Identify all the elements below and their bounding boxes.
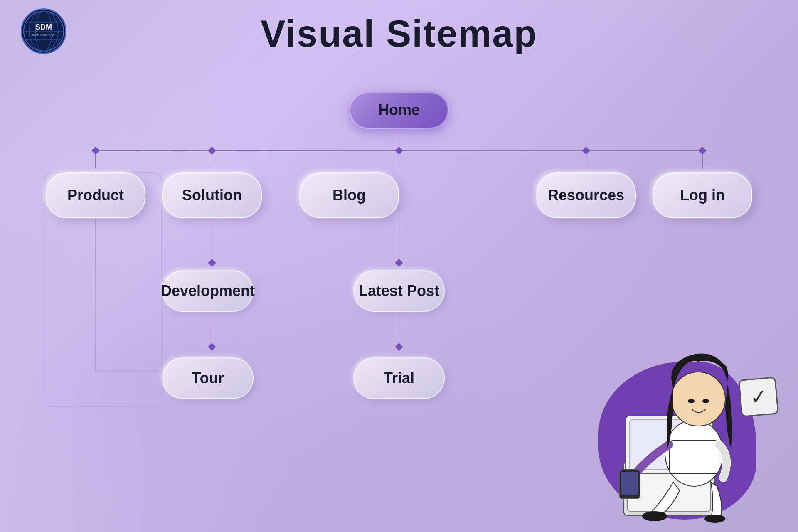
development-node[interactable]: Development: [162, 270, 254, 312]
solution-label: Solution: [182, 187, 242, 204]
resources-node[interactable]: Resources: [536, 172, 636, 218]
blog-node[interactable]: Blog: [299, 172, 399, 218]
latest-post-label: Latest Post: [359, 282, 439, 300]
product-label: Product: [67, 187, 124, 204]
page-title: Visual Sitemap: [0, 0, 798, 55]
logo: SDM Web Developer: [21, 8, 66, 54]
svg-rect-42: [621, 472, 638, 495]
svg-point-39: [642, 511, 667, 521]
latest-post-node[interactable]: Latest Post: [353, 270, 445, 312]
svg-rect-19: [698, 147, 707, 155]
svg-rect-16: [208, 147, 216, 155]
svg-rect-17: [395, 147, 403, 155]
tour-node[interactable]: Tour: [162, 357, 254, 399]
svg-text:SDM: SDM: [35, 23, 52, 31]
svg-rect-27: [208, 343, 216, 351]
svg-text:Web Developer: Web Developer: [32, 33, 55, 37]
login-node[interactable]: Log in: [653, 172, 752, 218]
solution-node[interactable]: Solution: [162, 172, 262, 218]
trial-node[interactable]: Trial: [353, 357, 445, 399]
development-label: Development: [161, 282, 255, 300]
svg-rect-29: [395, 343, 403, 351]
person-illustration: [590, 324, 765, 524]
svg-point-40: [704, 515, 725, 523]
svg-point-37: [688, 399, 695, 403]
illustration: ✓: [557, 303, 798, 532]
product-node[interactable]: Product: [46, 172, 145, 218]
svg-rect-18: [582, 147, 590, 155]
svg-point-38: [702, 399, 709, 403]
tour-label: Tour: [192, 369, 224, 387]
checkmark-box: ✓: [738, 377, 779, 417]
login-label: Log in: [680, 187, 725, 204]
svg-rect-21: [208, 259, 216, 267]
trial-label: Trial: [384, 369, 414, 387]
svg-rect-35: [669, 441, 719, 474]
svg-rect-23: [395, 259, 403, 267]
home-node[interactable]: Home: [349, 91, 449, 129]
home-label: Home: [378, 101, 420, 119]
svg-rect-15: [91, 147, 100, 155]
svg-point-36: [671, 372, 725, 426]
blog-label: Blog: [332, 187, 366, 204]
resources-label: Resources: [548, 187, 624, 204]
